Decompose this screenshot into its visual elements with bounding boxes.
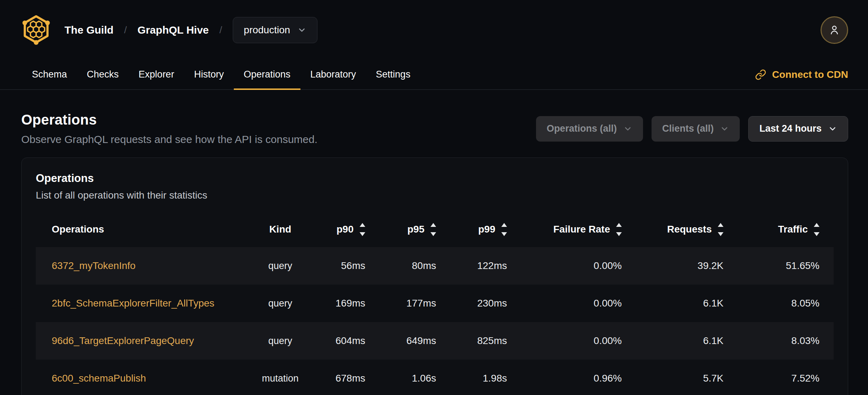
cell-kind: mutation <box>227 373 333 384</box>
main-nav: Schema Checks Explorer History Operation… <box>0 60 868 90</box>
page-title-block: Operations Observe GraphQL requests and … <box>21 112 317 145</box>
column-label: p95 <box>407 224 424 235</box>
cell-p90: 169ms <box>333 298 373 309</box>
main-content: Operations Observe GraphQL requests and … <box>0 90 868 395</box>
sort-desc-icon <box>718 232 723 236</box>
nav-tab[interactable]: Operations <box>234 60 300 90</box>
table-column-header[interactable]: p99 <box>444 223 515 236</box>
sort-asc-icon <box>814 223 819 227</box>
cell-operation: 6372_myTokenInfo <box>36 260 227 271</box>
period-filter-label: Last 24 hours <box>759 123 822 134</box>
sort-asc-icon <box>718 223 723 227</box>
clients-filter-dropdown[interactable]: Clients (all) <box>652 116 740 142</box>
nav-tab[interactable]: Explorer <box>129 60 184 90</box>
table-column-header[interactable]: Requests <box>630 223 731 236</box>
chevron-down-icon <box>623 124 632 133</box>
table-column-header[interactable]: Operations <box>36 224 227 235</box>
operations-table: Operations Kind p90 <box>36 212 834 395</box>
sort-arrows-icon <box>430 223 436 236</box>
nav-tabs: Schema Checks Explorer History Operation… <box>22 60 420 89</box>
column-label: Traffic <box>778 224 808 235</box>
operation-link[interactable]: 96d6_TargetExplorerPageQuery <box>52 335 194 346</box>
operation-link[interactable]: 6c00_schemaPublish <box>52 373 146 384</box>
table-column-header[interactable]: Traffic <box>731 223 834 236</box>
page-header: Operations Observe GraphQL requests and … <box>21 112 848 145</box>
cell-failure-rate: 0.96% <box>515 373 630 384</box>
breadcrumb-org[interactable]: The Guild <box>64 24 113 36</box>
sort-asc-icon <box>501 223 507 227</box>
column-label: Requests <box>667 224 712 235</box>
filter-bar: Operations (all) Clients (all) Last 24 h… <box>536 116 848 142</box>
table-row: 96d6_TargetExplorerPageQuery query 604ms… <box>36 322 834 360</box>
sort-desc-icon <box>430 232 436 236</box>
target-select-dropdown[interactable]: production <box>233 17 317 43</box>
breadcrumb-project[interactable]: GraphQL Hive <box>137 24 209 36</box>
operation-link[interactable]: 2bfc_SchemaExplorerFilter_AllTypes <box>52 298 214 309</box>
operations-filter-dropdown[interactable]: Operations (all) <box>536 116 643 142</box>
cell-kind: query <box>227 298 333 309</box>
table-column-header[interactable]: p95 <box>373 223 444 236</box>
cell-operation: 2bfc_SchemaExplorerFilter_AllTypes <box>36 298 227 309</box>
table-row: 6372_myTokenInfo query 56ms 80ms 122ms 0… <box>36 247 834 285</box>
table-row: 6c00_schemaPublish mutation 678ms 1.06s … <box>36 360 834 395</box>
cell-requests: 39.2K <box>630 260 731 271</box>
cell-kind: query <box>227 336 333 347</box>
nav-tab-label: Laboratory <box>310 69 356 80</box>
table-column-header[interactable]: Kind <box>227 224 333 235</box>
link-icon <box>755 69 766 80</box>
target-select-value: production <box>244 24 290 36</box>
cell-failure-rate: 0.00% <box>515 335 630 347</box>
chevron-down-icon <box>828 124 837 133</box>
sort-asc-icon <box>616 223 622 227</box>
table-header-row: Operations Kind p90 <box>36 212 834 247</box>
nav-tab[interactable]: Checks <box>77 60 129 90</box>
operation-link[interactable]: 6372_myTokenInfo <box>52 260 136 271</box>
cell-p95: 177ms <box>373 298 444 309</box>
connect-to-cdn-link[interactable]: Connect to CDN <box>755 60 848 89</box>
cell-p99: 122ms <box>444 260 515 271</box>
table-body: 6372_myTokenInfo query 56ms 80ms 122ms 0… <box>36 247 834 395</box>
cell-traffic: 51.65% <box>731 260 834 271</box>
column-label: Operations <box>52 224 104 235</box>
sort-arrows-icon <box>501 223 507 236</box>
cell-requests: 5.7K <box>630 373 731 384</box>
nav-tab[interactable]: History <box>184 60 234 90</box>
cell-requests: 6.1K <box>630 335 731 347</box>
sort-asc-icon <box>430 223 436 227</box>
cell-traffic: 8.03% <box>731 335 834 347</box>
app-header: The Guild / GraphQL Hive / production <box>0 0 868 60</box>
cell-p95: 1.06s <box>373 373 444 384</box>
operations-filter-label: Operations (all) <box>547 123 617 134</box>
sort-arrows-icon <box>616 223 622 236</box>
column-label: Kind <box>269 224 291 235</box>
nav-tab[interactable]: Settings <box>366 60 421 90</box>
cell-traffic: 7.52% <box>731 373 834 384</box>
table-row: 2bfc_SchemaExplorerFilter_AllTypes query… <box>36 285 834 322</box>
card-subtitle: List of all operations with their statis… <box>36 190 834 201</box>
table-column-header[interactable]: p90 <box>333 223 373 236</box>
column-label: Failure Rate <box>553 224 610 235</box>
cell-failure-rate: 0.00% <box>515 260 630 271</box>
cell-p99: 825ms <box>444 335 515 347</box>
sort-arrows-icon <box>360 223 365 236</box>
user-avatar-button[interactable] <box>821 16 848 44</box>
nav-tab[interactable]: Schema <box>22 60 77 90</box>
sort-asc-icon <box>360 223 365 227</box>
sort-desc-icon <box>814 232 819 236</box>
nav-tab-label: Schema <box>32 69 67 80</box>
sort-arrows-icon <box>814 223 819 236</box>
nav-tab-label: Explorer <box>139 69 174 80</box>
chevron-down-icon <box>297 25 306 35</box>
cell-p95: 80ms <box>373 260 444 271</box>
hive-logo[interactable] <box>21 14 52 46</box>
hive-logo-icon <box>21 14 52 46</box>
breadcrumb: The Guild / GraphQL Hive / production <box>64 17 317 43</box>
sort-desc-icon <box>501 232 507 236</box>
cell-p95: 649ms <box>373 335 444 347</box>
cell-failure-rate: 0.00% <box>515 298 630 309</box>
nav-tab-label: Checks <box>87 69 119 80</box>
table-column-header[interactable]: Failure Rate <box>515 223 630 236</box>
page-title: Operations <box>21 112 317 128</box>
nav-tab[interactable]: Laboratory <box>300 60 366 90</box>
period-filter-dropdown[interactable]: Last 24 hours <box>748 116 848 142</box>
